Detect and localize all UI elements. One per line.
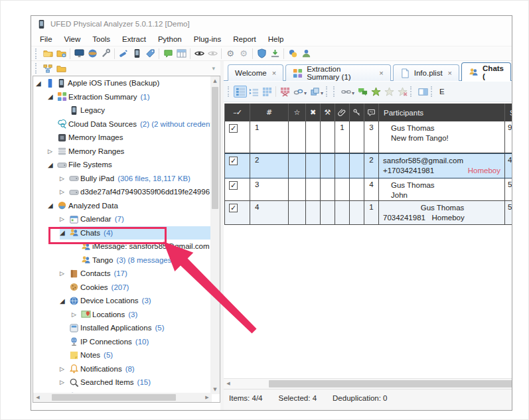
carved-column[interactable]: ⚒ bbox=[320, 104, 335, 121]
collapse-arrow-icon[interactable]: ◢ bbox=[36, 80, 45, 87]
important-column[interactable]: ☆ bbox=[288, 104, 305, 121]
star-add-icon[interactable] bbox=[369, 86, 382, 98]
select-all-column[interactable]: –✓ bbox=[224, 104, 250, 121]
tree-item-tango[interactable]: Tango(3) (8 messages) bbox=[33, 253, 220, 267]
collapse-arrow-icon[interactable]: ◢ bbox=[60, 297, 69, 305]
flag-column[interactable]: ✖ bbox=[305, 104, 320, 121]
expand-arrow-icon[interactable]: ▷ bbox=[60, 270, 69, 277]
expand-arrow-icon[interactable]: ▷ bbox=[60, 175, 69, 182]
expand-arrow-icon[interactable]: ▷ bbox=[48, 148, 57, 155]
tree-item-memory-ranges[interactable]: ▷Memory Ranges bbox=[33, 145, 220, 159]
tree-item-extraction-summary[interactable]: ◢Extraction Summary(1) bbox=[33, 90, 220, 104]
tab-chats[interactable]: Chats ( bbox=[461, 62, 511, 81]
menu-python[interactable]: Python bbox=[152, 34, 188, 44]
tree-item-calendar[interactable]: ▷Calendar(7) bbox=[33, 212, 220, 226]
tab-extraction-summary-1[interactable]: Extraction Summary (1)× bbox=[285, 64, 391, 81]
table-row[interactable]: ✓113Gus ThomasNew from Tango!9/ bbox=[224, 121, 512, 153]
tree-hscroll-thumb[interactable] bbox=[52, 394, 176, 401]
scroll-right-icon[interactable]: ▶ bbox=[202, 393, 212, 402]
collapse-arrow-icon[interactable]: ◢ bbox=[48, 202, 57, 209]
expand-arrow-icon[interactable]: ▷ bbox=[60, 379, 69, 385]
add-extraction-icon[interactable] bbox=[54, 48, 68, 60]
menu-tools[interactable]: Tools bbox=[86, 34, 116, 44]
screen-capture-icon[interactable] bbox=[72, 48, 86, 60]
python-icon[interactable] bbox=[286, 48, 299, 60]
dropdown-caret-icon[interactable]: ▾ bbox=[304, 90, 307, 96]
hierarchy-icon[interactable] bbox=[41, 62, 54, 74]
open-chat-icon[interactable] bbox=[356, 86, 369, 98]
dropdown-caret-icon[interactable]: ▾ bbox=[321, 90, 323, 96]
tree-item-locations[interactable]: ▷Locations(3) bbox=[33, 308, 220, 322]
folder-view-icon[interactable] bbox=[54, 62, 68, 74]
tree-item-device-locations[interactable]: ◢Device Locations(3) bbox=[33, 294, 220, 308]
expand-arrow-icon[interactable]: ▷ bbox=[60, 366, 69, 372]
expand-arrow-icon[interactable]: ▷ bbox=[72, 311, 81, 318]
collapse-arrow-icon[interactable]: ◢ bbox=[48, 161, 57, 169]
tree-item-ip-connections[interactable]: IP Connections(10) bbox=[33, 335, 220, 349]
tree-vertical-scrollbar[interactable]: ▲ ▼ bbox=[210, 76, 220, 394]
dropdown-caret-icon[interactable]: ▾ bbox=[352, 90, 354, 96]
tab-welcome[interactable]: Welcome× bbox=[228, 64, 283, 81]
tree-item-bully-ipad[interactable]: ▷Bully iPad(306 files, 18,117 KB) bbox=[33, 172, 220, 186]
conversation-view-icon[interactable] bbox=[247, 86, 260, 98]
menu-file[interactable]: File bbox=[34, 34, 58, 44]
tab-info-plist[interactable]: Info.plist× bbox=[393, 64, 459, 81]
search-settings-icon[interactable]: ⚙ bbox=[237, 48, 250, 60]
tree-item-d3de27af4d79490359f06dd19fe24996[interactable]: ▷d3de27af4d79490359f06dd19fe24996 bbox=[33, 185, 220, 199]
table-row[interactable]: ✓41Gus Thomas7034241981 Homeboy5/ bbox=[224, 201, 512, 225]
tree-item-memory-images[interactable]: Memory Images bbox=[33, 131, 220, 145]
star-dim-icon[interactable] bbox=[382, 86, 396, 98]
pair-extractions-icon[interactable] bbox=[291, 86, 305, 98]
tree-horizontal-scrollbar[interactable]: ◀ ▶ bbox=[33, 393, 212, 402]
highlighter-blue-icon[interactable] bbox=[117, 48, 130, 60]
attachments-column[interactable] bbox=[335, 104, 349, 121]
scroll-down-icon[interactable]: ▼ bbox=[210, 385, 220, 394]
menu-plugins[interactable]: Plug-ins bbox=[188, 34, 228, 44]
menu-view[interactable]: View bbox=[58, 34, 87, 44]
expand-arrow-icon[interactable]: ▷ bbox=[60, 188, 69, 195]
web-capture-icon[interactable] bbox=[86, 48, 99, 60]
tree-item-notifications[interactable]: ▷Notifications(8) bbox=[33, 362, 220, 376]
tab-close-icon[interactable]: × bbox=[379, 69, 383, 77]
star-remove-icon[interactable] bbox=[396, 86, 409, 98]
clear-selection-icon[interactable] bbox=[278, 86, 291, 98]
tree-item-analyzed-data[interactable]: ◢Analyzed Data bbox=[33, 199, 220, 213]
tree-item-contacts[interactable]: ▷Contacts(17) bbox=[33, 267, 220, 281]
scroll-up-icon[interactable]: ▲ bbox=[210, 76, 220, 86]
index-column[interactable]: # bbox=[250, 104, 288, 121]
start-time-column[interactable]: St bbox=[504, 104, 512, 121]
pane-menu-icon[interactable]: ▾ bbox=[212, 65, 215, 72]
participants-column[interactable]: Participants bbox=[378, 104, 504, 121]
menu-report[interactable]: Report bbox=[227, 34, 262, 44]
tree-item-notes[interactable]: Notes(5) bbox=[33, 348, 220, 362]
tools-icon[interactable] bbox=[99, 48, 112, 60]
table-row[interactable]: ✓22sansfor585@gmail.com+17034241981Homeb… bbox=[224, 153, 512, 178]
row-checkbox[interactable]: ✓ bbox=[229, 124, 238, 133]
row-checkbox[interactable]: ✓ bbox=[229, 181, 238, 190]
chat-capture-icon[interactable] bbox=[161, 48, 175, 60]
tab-close-icon[interactable]: × bbox=[448, 69, 452, 77]
tree-item-cloud-data-sources[interactable]: Cloud Data Sources(2) (2 without credent bbox=[33, 117, 220, 131]
menu-help[interactable]: Help bbox=[262, 34, 290, 44]
table-hscroll-thumb[interactable] bbox=[269, 380, 512, 387]
watch-list-icon[interactable] bbox=[192, 48, 206, 60]
row-checkbox[interactable]: ✓ bbox=[229, 157, 238, 165]
watch-list-off-icon[interactable] bbox=[206, 48, 219, 60]
tree-item-installed-applications[interactable]: Installed Applications(5) bbox=[33, 321, 220, 335]
tree-item-apple-ios-itunes-backup[interactable]: ◢Apple iOS iTunes (Backup) bbox=[33, 76, 220, 90]
scroll-left-icon[interactable]: ◀ bbox=[224, 379, 233, 388]
tag-marker-icon[interactable] bbox=[143, 48, 157, 60]
scroll-left-icon[interactable]: ◀ bbox=[33, 393, 42, 402]
user-session-icon[interactable] bbox=[299, 48, 313, 60]
collapse-arrow-icon[interactable]: ◢ bbox=[48, 93, 57, 100]
table-view-icon[interactable] bbox=[234, 86, 247, 98]
export-icon[interactable] bbox=[268, 48, 281, 60]
tab-close-icon[interactable]: × bbox=[272, 69, 276, 77]
copy-icon[interactable] bbox=[308, 86, 321, 98]
verify-shield-icon[interactable] bbox=[255, 48, 268, 60]
menu-extract[interactable]: Extract bbox=[116, 34, 152, 44]
expand-arrow-icon[interactable]: ▷ bbox=[60, 216, 69, 222]
table-row[interactable]: ✓34Gus ThomasJohn5/ bbox=[224, 178, 512, 201]
timeline-icon[interactable] bbox=[175, 48, 188, 60]
columns-layout-icon[interactable] bbox=[416, 86, 429, 98]
